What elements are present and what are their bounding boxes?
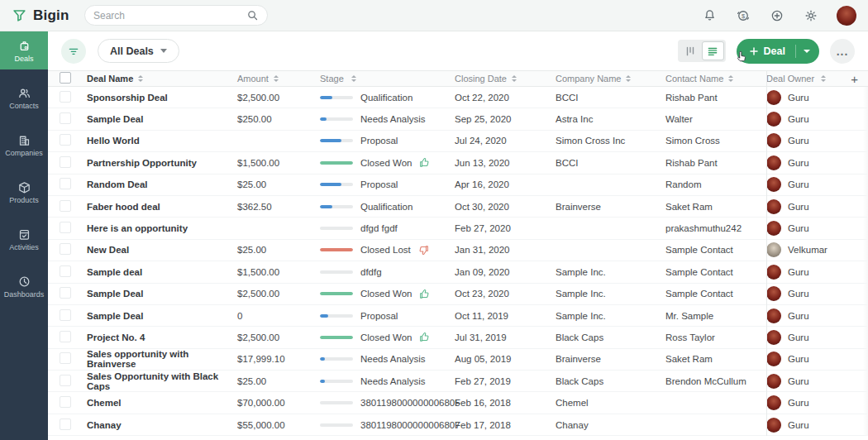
column-header-amount[interactable]: Amount — [237, 74, 320, 84]
app-logo[interactable]: Bigin — [12, 7, 74, 24]
closing-date-cell: Apr 16, 2020 — [455, 179, 556, 189]
pipeline-view-button[interactable] — [680, 41, 702, 60]
company-name-cell: Chemel — [556, 398, 665, 408]
notifications-bell-icon[interactable] — [701, 7, 718, 24]
deal-name-cell[interactable]: Here is an opportunity — [87, 223, 237, 233]
column-header-company-name[interactable]: Company Name — [556, 74, 665, 84]
table-row[interactable]: Sample Deal $250.00 Needs Analysis Sep 2… — [48, 108, 868, 130]
table-row[interactable]: Hello World Proposal Jul 24, 2020 Simon … — [48, 131, 868, 152]
row-checkbox[interactable] — [60, 178, 71, 189]
owner-name: Guru — [788, 332, 809, 342]
amount-cell: $55,000.00 — [237, 420, 320, 430]
deal-name-cell[interactable]: Partnership Opportunity — [87, 158, 237, 168]
table-row[interactable]: Sponsorship Deal $2,500.00 Qualification… — [48, 87, 868, 108]
deal-name-cell[interactable]: Random Deal — [87, 179, 237, 189]
column-header-stage[interactable]: Stage — [320, 74, 455, 84]
column-header-closing-date[interactable]: Closing Date — [455, 74, 556, 84]
table-row[interactable]: Random Deal $25.00 Proposal Apr 16, 2020… — [48, 175, 868, 196]
sort-icon[interactable] — [728, 75, 733, 82]
table-row[interactable]: Sales opportunity with Brainverse $17,99… — [48, 349, 868, 371]
deal-name-cell[interactable]: Sample Deal — [87, 114, 237, 124]
column-header-deal-name[interactable]: Deal Name — [87, 74, 237, 84]
sort-icon[interactable] — [138, 75, 143, 82]
sidebar-item-dashboards[interactable]: Dashboards — [0, 267, 48, 305]
owner-name: Guru — [788, 267, 809, 277]
closing-date-cell: Feb 27, 2020 — [455, 223, 556, 233]
sort-icon[interactable] — [626, 75, 631, 82]
deal-name-cell[interactable]: Sample Deal — [87, 311, 237, 321]
sidebar-item-products[interactable]: Products — [0, 173, 48, 211]
table-row[interactable]: Sample Deal $2,500.00 Closed Won Oct 23,… — [48, 284, 868, 305]
table-row[interactable]: Sales Opportunity with Black Caps $25.00… — [48, 371, 868, 392]
deal-name-cell[interactable]: Sales opportunity with Brainverse — [87, 349, 237, 369]
deal-name-cell[interactable]: Chemel — [87, 398, 237, 408]
deal-name-cell[interactable]: Chanay — [87, 420, 237, 430]
new-deal-dropdown-button[interactable] — [796, 50, 819, 53]
column-header-contact-name[interactable]: Contact Name — [665, 74, 766, 84]
deal-name-cell[interactable]: Hello World — [87, 136, 237, 146]
row-checkbox[interactable] — [60, 418, 71, 430]
row-checkbox[interactable] — [60, 396, 71, 408]
table-row[interactable]: Sample Deal 0 Proposal Oct 11, 2019 Samp… — [48, 305, 868, 327]
row-checkbox[interactable] — [60, 243, 71, 255]
user-avatar[interactable] — [837, 6, 856, 26]
row-checkbox[interactable] — [60, 331, 71, 342]
row-checkbox[interactable] — [60, 134, 71, 146]
new-deal-button[interactable]: Deal — [737, 45, 795, 57]
sort-icon[interactable] — [512, 75, 517, 82]
deal-name-cell[interactable]: Sample Deal — [87, 289, 237, 299]
deals-view-selector[interactable]: All Deals — [98, 39, 179, 63]
quick-add-icon[interactable] — [769, 7, 785, 24]
row-checkbox[interactable] — [60, 375, 71, 386]
closing-date-cell: Aug 05, 2019 — [455, 354, 556, 364]
column-header-deal-owner[interactable]: Deal Owner — [766, 74, 841, 84]
sidebar-item-companies[interactable]: Companies — [0, 126, 48, 164]
company-name-cell: Sample Inc. — [556, 267, 665, 277]
sidebar-item-activities[interactable]: Activities — [0, 220, 48, 258]
sort-icon[interactable] — [351, 75, 356, 82]
deal-name-cell[interactable]: New Deal — [87, 245, 237, 255]
row-checkbox[interactable] — [60, 309, 71, 321]
search-input[interactable] — [93, 10, 246, 22]
settings-gear-icon[interactable] — [803, 7, 819, 24]
global-search[interactable] — [84, 5, 268, 26]
deal-name-cell[interactable]: Sample deal — [87, 267, 237, 277]
table-row[interactable]: Sample deal $1,500.00 dfdfg Jan 09, 2020… — [48, 261, 868, 283]
sidebar-item-deals[interactable]: Deals — [0, 31, 48, 69]
row-checkbox[interactable] — [60, 112, 71, 124]
add-column-button[interactable]: + — [851, 72, 858, 86]
table-row[interactable]: Partnership Opportunity $1,500.00 Closed… — [48, 152, 868, 174]
table-row[interactable]: Here is an opportunity dfgd fgdf Feb 27,… — [48, 218, 868, 239]
deal-owner-cell: Guru — [766, 90, 841, 105]
row-checkbox[interactable] — [60, 352, 71, 364]
sort-icon[interactable] — [821, 75, 826, 82]
row-checkbox[interactable] — [60, 91, 71, 103]
list-view-button[interactable] — [702, 41, 724, 60]
owner-avatar — [766, 374, 781, 389]
contacts-icon — [17, 86, 31, 100]
sort-icon[interactable] — [274, 75, 279, 82]
table-row[interactable]: Chemel $70,000.00 3801198000000006805 Fe… — [48, 392, 868, 414]
row-checkbox[interactable] — [60, 156, 71, 168]
row-checkbox[interactable] — [60, 222, 71, 233]
table-row[interactable]: Chanay $55,000.00 3801198000000006807 Fe… — [48, 414, 868, 436]
sidebar-item-label: Contacts — [9, 102, 39, 110]
deal-name-cell[interactable]: Sponsorship Deal — [87, 93, 237, 103]
table-row[interactable]: Faber hood deal $362.50 Qualification Oc… — [48, 196, 868, 218]
table-row[interactable]: New Deal $25.00 Closed Lost Jan 31, 2020… — [48, 240, 868, 261]
new-deal-split-button: Deal — [737, 39, 819, 64]
row-checkbox[interactable] — [60, 265, 71, 277]
select-all-checkbox[interactable] — [60, 72, 71, 84]
deal-name-cell[interactable]: Project No. 4 — [87, 332, 237, 342]
table-row[interactable]: Project No. 4 $2,500.00 Closed Won Jul 3… — [48, 327, 868, 348]
deal-name-cell[interactable]: Faber hood deal — [87, 202, 237, 212]
currency-icon[interactable]: $ — [735, 7, 751, 24]
deal-name-cell[interactable]: Sales Opportunity with Black Caps — [87, 371, 237, 391]
amount-cell: $1,500.00 — [237, 158, 320, 168]
more-options-button[interactable]: ... — [830, 39, 855, 64]
row-checkbox[interactable] — [60, 200, 71, 212]
sidebar-item-contacts[interactable]: Contacts — [0, 79, 48, 117]
row-checkbox[interactable] — [60, 287, 71, 299]
deals-icon — [17, 39, 31, 53]
filter-icon[interactable] — [61, 39, 86, 64]
